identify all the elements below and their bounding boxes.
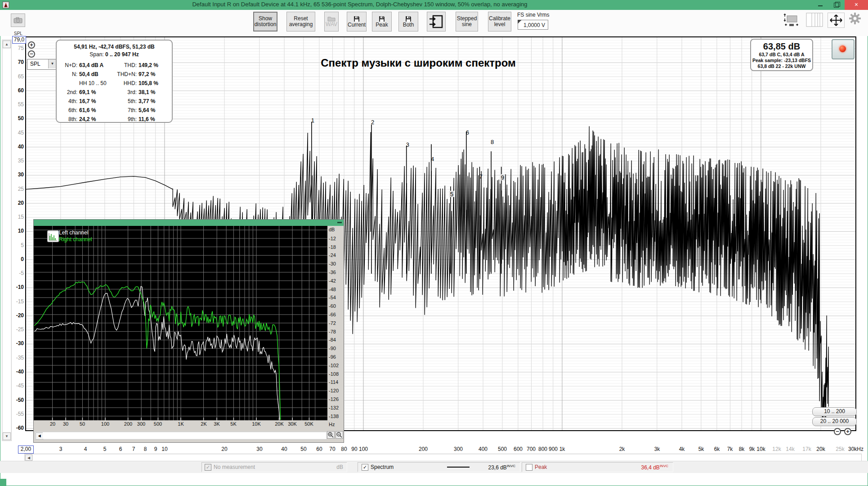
inset-y-axis-label: -60 [329, 303, 336, 309]
y-axis-label: 40 [10, 144, 24, 150]
inset-y-axis-label: -78 [329, 329, 336, 334]
level-main-value: 63,85 dB [751, 41, 812, 52]
measurement-status-panel: ✓ No measurement dB [201, 462, 347, 472]
record-button[interactable] [832, 39, 855, 59]
inset-x-axis-label: 50 [73, 421, 91, 427]
y-axis-label: -10 [10, 284, 24, 290]
scroll-down-button[interactable]: ▼ [3, 432, 11, 440]
info-row: 2nd:69,1 %3rd:38,1 % [57, 89, 172, 98]
harmonic-label: 4 [431, 156, 434, 162]
scale-zoom-out-button[interactable]: − [28, 50, 35, 58]
inset-y-axis-label: -138 [329, 414, 339, 419]
x-zoom-in-button[interactable]: + [844, 428, 851, 435]
level-readout-box: 63,85 dB 63,7 dB C, 63,4 dB A Peak sampl… [750, 39, 813, 71]
y-axis-label: 60 [10, 87, 24, 94]
x-axis-label: 40 [274, 446, 294, 452]
harmonic-label: 8 [491, 139, 494, 145]
inset-y-axis-label: -90 [329, 346, 336, 351]
harmonic-label: 9 [501, 174, 504, 181]
y-axis-label: 5 [10, 242, 24, 248]
info-row: N+D:63,4 dB ATHD:149,2 % [57, 62, 172, 71]
scroll-up-button[interactable]: ▲ [3, 40, 11, 48]
y-axis-label: 65 [10, 73, 24, 80]
inset-zoom-in-button[interactable] [327, 431, 335, 439]
no-measurement-unit: dB [336, 464, 343, 470]
y-axis-label: 0 [10, 256, 24, 262]
inset-legend: Left channel Right channel [59, 230, 92, 243]
range-10-200-button[interactable]: 10 .. 200 [812, 407, 857, 416]
y-axis-top-value-box[interactable]: 79,0 [12, 36, 26, 44]
y-axis-label: 50 [10, 115, 24, 122]
x-axis-label: 100 [353, 446, 373, 452]
level-line3: Peak sample: -23,13 dBFS [751, 58, 812, 63]
inset-title-bar[interactable] [34, 220, 344, 226]
inset-y-axis-label: -84 [329, 337, 336, 342]
inset-y-axis-label: -18 [329, 244, 336, 250]
harmonic-label: 5 [450, 191, 453, 198]
y-axis-label: -50 [10, 397, 24, 403]
x-axis-label: 3k [647, 446, 667, 452]
inset-y-axis-label: -24 [329, 252, 336, 258]
info-row: N:50,4 dBTHD+N:97,2 % [57, 71, 172, 80]
legend-left-channel: Left channel [59, 230, 92, 236]
status-bar: ✓ No measurement dB ✓ Spectrum 23,6 dBIN… [0, 461, 868, 473]
y-axis-label: 70 [10, 59, 24, 65]
harmonic-label: 2 [371, 119, 374, 126]
inset-y-axis-label: -66 [329, 312, 336, 317]
zoom-in-icon [327, 432, 334, 438]
inset-minimize-icon [337, 222, 342, 223]
y-axis-label: 30 [10, 171, 24, 178]
x-axis-label: 300 [448, 446, 468, 452]
spectrum-checkbox[interactable]: ✓ [362, 464, 368, 471]
inset-legend-icon [47, 230, 59, 242]
level-line4: 63,8 dB 22 - 22k UNW [751, 63, 812, 69]
harmonic-label: 6 [466, 129, 469, 136]
measurement-info-box: 54,91 Hz, -42,74 dBFS, 51,23 dB Span: 0 … [56, 40, 173, 123]
inset-y-axis-label: -126 [329, 396, 339, 402]
inset-y-axis-label: -48 [329, 287, 336, 292]
inset-spectrum-window: Left channel Right channel dB-12-18-24-3… [33, 219, 344, 443]
inset-scroll-left-button[interactable]: ◀ [36, 432, 43, 440]
inset-horizontal-scrollbar[interactable]: ◀ [35, 432, 327, 440]
no-measurement-checkbox[interactable]: ✓ [205, 464, 211, 471]
scroll-left-button[interactable]: ◀ [25, 454, 32, 461]
y-axis-label: -40 [10, 369, 24, 375]
zoom-out-icon [336, 432, 343, 438]
inset-y-axis-label: -96 [329, 354, 336, 360]
spectrum-line-sample [447, 467, 470, 468]
scale-mode-dropdown[interactable]: SPL ▼ [27, 59, 57, 70]
y-axis-label: -20 [10, 312, 24, 319]
inset-zoom-out-button[interactable] [336, 431, 343, 439]
y-axis-label: 45 [10, 130, 24, 136]
inset-y-axis-label: -108 [329, 371, 339, 377]
y-axis-label: 35 [10, 158, 24, 164]
vertical-scrollbar[interactable]: ▲ ▼ [2, 40, 12, 441]
y-axis-unit-label: SPL [14, 31, 22, 36]
inset-y-axis-label: -54 [329, 295, 336, 300]
inset-y-axis-label: -30 [329, 261, 336, 266]
inset-x-axis-label: 500 [149, 421, 167, 427]
inset-y-axis-label: -114 [329, 379, 338, 385]
peak-checkbox[interactable] [526, 464, 532, 471]
x-axis-start-value-box[interactable]: 2,00 [18, 446, 34, 454]
spectrum-value: 23,6 dBINVC [488, 464, 516, 471]
y-axis-label: 10 [10, 228, 24, 234]
peak-label: Peak [535, 464, 547, 470]
scale-zoom-in-button[interactable]: + [28, 41, 35, 49]
harmonic-label: 1 [311, 117, 314, 124]
inset-x-axis-label: 10K [247, 421, 265, 427]
app-window: Default Input R on Default Device at 44.… [0, 0, 868, 486]
x-zoom-out-button[interactable]: − [834, 428, 841, 435]
range-20-20000-button[interactable]: 20 .. 20 000 [812, 417, 857, 426]
inset-x-axis-label: 30 [57, 421, 75, 427]
y-axis-label: 75 [10, 45, 24, 51]
x-axis-label: 20 [215, 446, 234, 452]
chevron-down-icon: ▼ [48, 59, 56, 68]
chart-title: Спектр музыки с широким спектром [288, 57, 549, 69]
inset-y-axis-label: -12 [329, 236, 336, 241]
peak-value: 36,4 dBINVC [641, 464, 669, 471]
spectrum-label: Spectrum [371, 464, 394, 470]
inset-x-axis-label: 100 [96, 421, 114, 427]
inset-spectrum-chart [34, 226, 327, 420]
x-axis-label: 10 [155, 446, 174, 452]
